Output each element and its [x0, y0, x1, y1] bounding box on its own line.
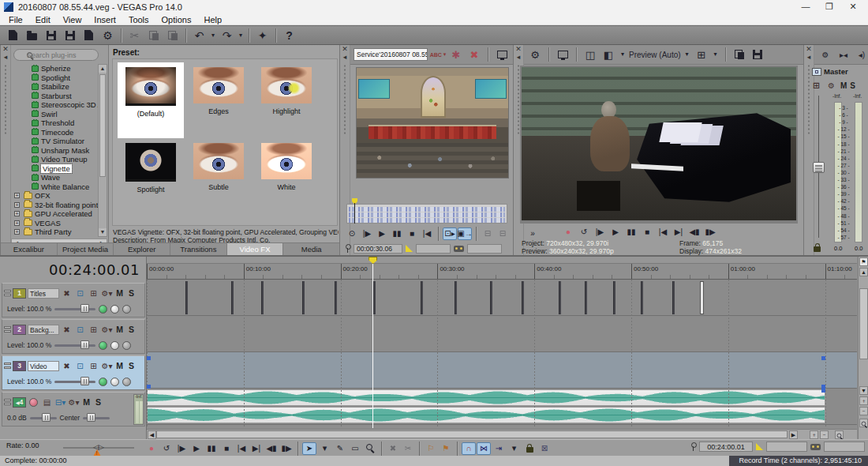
go-to-end-button[interactable]: ▶| — [672, 226, 686, 239]
automation-mode-button[interactable] — [99, 305, 107, 314]
region-flag-button[interactable]: ⚑ — [439, 442, 453, 455]
composite-mode-button[interactable] — [122, 378, 131, 386]
tab-project-media[interactable]: Project Media — [58, 243, 114, 255]
menu-file[interactable]: File — [2, 15, 29, 24]
loop-playback-button[interactable]: ↺ — [159, 442, 174, 455]
project-properties-button[interactable]: ⚙ — [99, 27, 117, 43]
record-button[interactable]: ● — [561, 226, 575, 239]
scroll-left-icon[interactable]: ◀ — [148, 430, 156, 439]
auto-crossfade-button[interactable]: ⋈ — [477, 442, 491, 455]
scroll-thumb[interactable] — [99, 74, 106, 177]
settings-button[interactable]: ⚙ — [527, 47, 543, 62]
solo-button[interactable]: S — [126, 288, 137, 299]
bus-automation-icon[interactable]: ⚙ — [825, 80, 837, 92]
bypass-fx-button[interactable] — [110, 341, 119, 350]
tree-folder-vegas[interactable]: +VEGAS — [11, 219, 98, 228]
track-header-audio[interactable]: ◀4 ▤ ⊟▾ ⚙▾ M S 0.0 dB Center — [2, 392, 145, 427]
preset-white[interactable]: White — [253, 138, 320, 214]
panel-grip[interactable]: ✕ ◂ — [1, 45, 11, 255]
save-as-button[interactable] — [61, 27, 79, 43]
streams-button[interactable]: ✱ — [448, 47, 464, 62]
bus-fx-icon[interactable]: ⊞ — [810, 80, 822, 92]
tree-item-spherize[interactable]: Spherize — [11, 64, 98, 73]
track-compositing-button[interactable]: ⊡ — [74, 287, 86, 299]
expand-icon[interactable]: + — [14, 229, 20, 235]
next-frame-button[interactable]: ▮▶ — [279, 442, 294, 455]
track-motion-button[interactable]: ✖ — [61, 360, 73, 372]
enable-snapping-button[interactable]: ∩ — [462, 442, 476, 455]
play-button[interactable]: ▶ — [189, 442, 204, 455]
split-tool-button[interactable]: ✂ — [401, 442, 415, 455]
undo-dropdown-icon[interactable]: ▾ — [209, 27, 217, 43]
title-event[interactable] — [185, 281, 188, 314]
play-button[interactable]: ▶ — [375, 227, 389, 240]
timeline-vertical-scrollbar[interactable]: ⚑ ▲ ▼ ＋ － — [858, 257, 868, 439]
tree-item-tv-simulator[interactable]: TV Simulator — [11, 137, 98, 146]
grid-overlay-dropdown-icon[interactable]: ▾ — [712, 47, 720, 63]
track-fx-button[interactable]: ⊞ — [88, 324, 99, 336]
volume-slider[interactable] — [30, 417, 57, 419]
tree-item-stabilize[interactable]: Stabilize — [11, 82, 98, 92]
pin-panel-icon[interactable]: ◂ — [804, 53, 814, 61]
tree-item-timecode[interactable]: Timecode — [11, 128, 98, 137]
zoom-in-icon[interactable]: ＋ — [810, 430, 818, 439]
preview-quality-dropdown-icon[interactable]: ▾ — [683, 47, 691, 63]
play-from-start-button[interactable]: |▶ — [360, 227, 374, 240]
track-fx-button[interactable]: ⊞ — [88, 287, 99, 299]
save-project-button[interactable] — [42, 27, 60, 43]
grid-overlay-button[interactable]: ⊞ — [694, 47, 709, 62]
pin-panel-icon[interactable]: ◂ — [514, 53, 523, 61]
play-from-start-button[interactable]: |▶ — [593, 226, 607, 239]
timeline-lanes[interactable]: 00:00:0000:10:0000:20:0000:30:0000:40:00… — [147, 257, 857, 439]
menu-edit[interactable]: Edit — [29, 15, 57, 24]
zoom-tool-icon[interactable] — [859, 419, 868, 427]
event-handle[interactable] — [821, 389, 825, 393]
mute-button[interactable]: M — [114, 288, 125, 299]
title-event[interactable] — [522, 281, 524, 314]
solo-button[interactable]: S — [126, 361, 137, 371]
play-button[interactable]: ▶ — [608, 226, 623, 239]
track-motion-button[interactable]: ✖ — [61, 287, 73, 299]
lane-titles[interactable] — [147, 280, 857, 316]
selection-length-field[interactable] — [824, 442, 865, 452]
title-event[interactable] — [302, 281, 305, 314]
cursor-timecode-field[interactable]: 00:24:00.01 — [699, 442, 753, 452]
trimmer-mini-timeline[interactable] — [346, 204, 507, 224]
automation-mode-button[interactable] — [99, 378, 107, 386]
title-event[interactable] — [700, 281, 704, 314]
tree-item-stereoscopic-3d-a[interactable]: Stereoscopic 3D A — [11, 100, 98, 110]
tree-folder-third-party[interactable]: +Third Party — [11, 227, 98, 237]
close-button[interactable]: ✕ — [841, 1, 865, 13]
track-name-field[interactable]: Video — [28, 361, 59, 371]
redo-dropdown-icon[interactable]: ▾ — [237, 27, 245, 43]
automation-mode-button[interactable] — [99, 341, 107, 350]
track-name-field[interactable]: Titles — [28, 288, 59, 299]
menu-view[interactable]: View — [57, 15, 88, 24]
aspect-toggle-button[interactable]: ◧ — [600, 47, 616, 62]
event-handle[interactable] — [147, 385, 151, 389]
zoom-in-vertical-icon[interactable]: ＋ — [859, 396, 868, 405]
scroll-thumb[interactable] — [859, 288, 868, 359]
lock-envelopes-button[interactable] — [522, 442, 537, 455]
previous-frame-button[interactable]: ◀▮ — [264, 442, 279, 455]
marker-tool-button[interactable]: ⚑ — [859, 257, 868, 266]
panel-grip[interactable]: ✕ ◂ — [340, 45, 350, 255]
maximize-button[interactable]: ❐ — [817, 1, 841, 13]
lane-video[interactable] — [147, 352, 857, 389]
add-media-as-takes-button[interactable]: ▣→ — [458, 227, 472, 240]
composite-mode-button[interactable] — [122, 341, 131, 350]
master-fader-track[interactable] — [818, 96, 819, 238]
pause-button[interactable]: ▮▮ — [204, 442, 219, 455]
pin-panel-icon[interactable]: ◂ — [340, 53, 350, 61]
scroll-thumb[interactable] — [156, 430, 788, 438]
track-header-video[interactable]: 3 Video ✖ ⊡ ⊞ ⚙▾ M S Level: 100.0 % — [2, 355, 145, 390]
cut-button[interactable]: ✂ — [125, 27, 144, 43]
dim-output-button[interactable]: ◂) — [854, 47, 868, 62]
bus-settings-button[interactable]: ⚙ — [817, 47, 833, 62]
new-project-button[interactable] — [4, 27, 22, 43]
audio-event-channel-left[interactable] — [147, 389, 825, 406]
abc-captions-button[interactable]: ABC▾ — [430, 47, 446, 62]
zoom-tool-icon[interactable] — [835, 430, 844, 439]
paste-button[interactable] — [163, 27, 181, 43]
save-snapshot-button[interactable] — [750, 47, 765, 62]
